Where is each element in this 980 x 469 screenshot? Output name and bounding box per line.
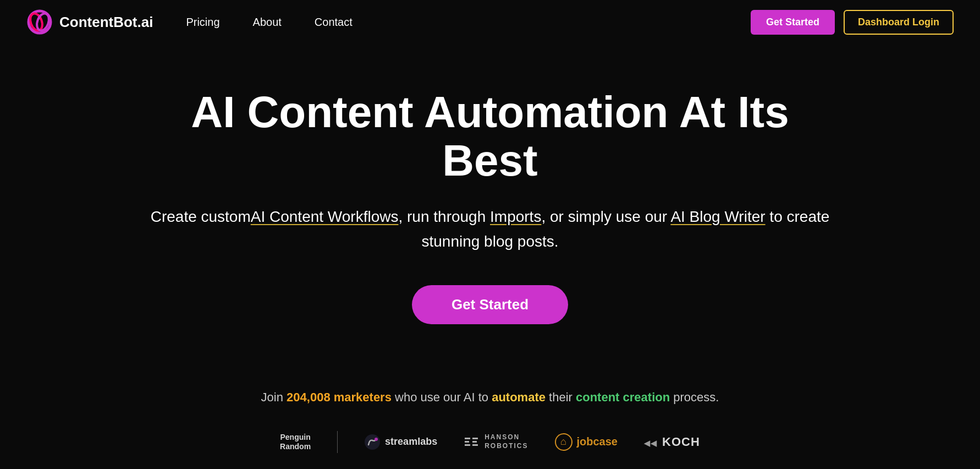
jobcase-icon: ⌂	[555, 433, 572, 451]
brand-logos-row: Penguin Random streamlabs	[280, 431, 700, 453]
nav-link-pricing[interactable]: Pricing	[186, 16, 219, 28]
brand-koch: ◀◀ KOCH	[644, 435, 700, 449]
brand-streamlabs: streamlabs	[364, 434, 437, 450]
link-imports[interactable]: Imports	[490, 208, 541, 225]
brand-penguin: Penguin Random	[280, 433, 311, 451]
social-proof-mid: who use our AI to	[392, 390, 492, 404]
hero-subtitle-before: Create custom	[151, 208, 251, 225]
nav-links: Pricing About Contact	[186, 16, 352, 29]
social-proof-end: process.	[670, 390, 719, 404]
hero-subtitle: Create customAI Content Workflows, run t…	[133, 205, 847, 254]
svg-rect-10	[472, 444, 478, 446]
link-ai-blog-writer[interactable]: AI Blog Writer	[670, 208, 765, 225]
social-proof-text: Join 204,008 marketers who use our AI to…	[261, 390, 719, 405]
logo-text: ContentBot.ai	[59, 14, 153, 31]
svg-rect-6	[465, 441, 469, 443]
social-proof-mid2: their	[546, 390, 576, 404]
nav-item-contact[interactable]: Contact	[315, 16, 353, 29]
koch-label: KOCH	[662, 435, 700, 449]
svg-rect-9	[472, 441, 477, 443]
hero-subtitle-mid2: , or simply use our	[541, 208, 670, 225]
svg-point-4	[375, 438, 378, 441]
divider-1	[337, 431, 338, 453]
hero-get-started-button[interactable]: Get Started	[412, 285, 568, 324]
streamlabs-label: streamlabs	[385, 436, 437, 448]
streamlabs-icon	[364, 434, 381, 450]
navbar-left: ContentBot.ai Pricing About Contact	[26, 9, 353, 35]
svg-rect-7	[465, 444, 470, 446]
social-proof-automate: automate	[492, 390, 546, 404]
brand-jobcase: ⌂ jobcase	[555, 433, 618, 451]
nav-link-about[interactable]: About	[253, 16, 282, 28]
logo-link[interactable]: ContentBot.ai	[26, 9, 153, 35]
nav-dashboard-login-button[interactable]: Dashboard Login	[844, 10, 954, 35]
social-proof-count: 204,008 marketers	[287, 390, 392, 404]
nav-get-started-button[interactable]: Get Started	[751, 10, 835, 35]
navbar-right: Get Started Dashboard Login	[751, 10, 954, 35]
svg-point-3	[365, 434, 380, 450]
svg-rect-8	[472, 438, 478, 439]
hanson-icon	[464, 435, 480, 449]
hanson-label: HANSON ROBOTICS	[485, 433, 528, 450]
jobcase-label: jobcase	[577, 435, 618, 448]
hero-subtitle-mid1: , run through	[398, 208, 490, 225]
hero-title: AI Content Automation At Its Best	[160, 88, 820, 185]
brand-hanson: HANSON ROBOTICS	[464, 433, 528, 450]
logo-icon	[26, 9, 53, 35]
svg-rect-5	[465, 438, 470, 439]
nav-item-pricing[interactable]: Pricing	[186, 16, 219, 29]
hero-section: AI Content Automation At Its Best Create…	[0, 44, 980, 390]
nav-item-about[interactable]: About	[253, 16, 282, 29]
social-proof-join: Join	[261, 390, 287, 404]
nav-link-contact[interactable]: Contact	[315, 16, 353, 28]
navbar: ContentBot.ai Pricing About Contact Get …	[0, 0, 980, 44]
social-proof-content-creation: content creation	[576, 390, 670, 404]
social-proof-section: Join 204,008 marketers who use our AI to…	[0, 390, 980, 469]
link-ai-content-workflows[interactable]: AI Content Workflows	[251, 208, 399, 225]
